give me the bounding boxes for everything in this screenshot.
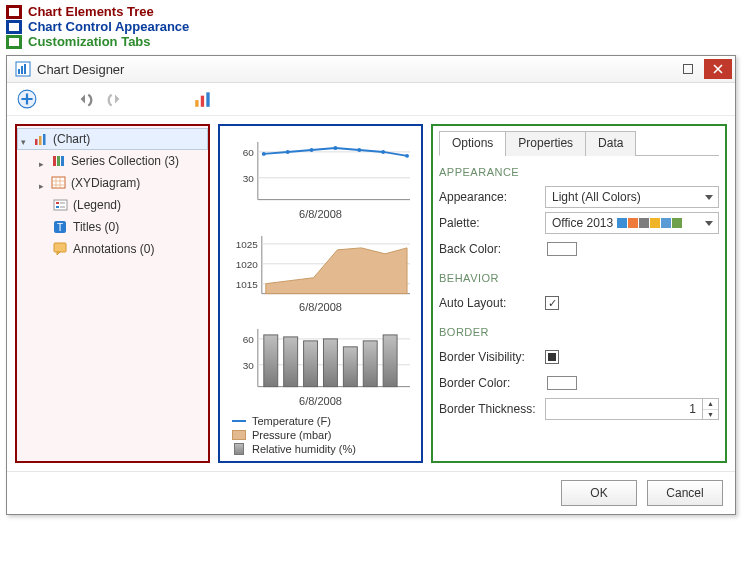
svg-rect-57 (383, 335, 397, 387)
svg-point-32 (310, 148, 314, 152)
axis-label: 6/8/2008 (226, 208, 415, 220)
svg-rect-55 (343, 347, 357, 387)
tree-node-xy[interactable]: (XYDiagram) (17, 172, 208, 194)
svg-text:1020: 1020 (236, 258, 259, 269)
backcolor-picker[interactable] (547, 242, 577, 256)
row-autolayout: Auto Layout: (439, 290, 719, 316)
add-icon[interactable] (17, 89, 37, 109)
toolbar (7, 83, 735, 116)
svg-rect-2 (21, 66, 23, 74)
svg-rect-54 (323, 339, 337, 387)
tree-node-series[interactable]: Series Collection (3) (17, 150, 208, 172)
legend-item: Temperature (F) (232, 415, 415, 427)
svg-rect-52 (284, 337, 298, 387)
group-border: BORDER (439, 326, 719, 338)
svg-rect-51 (264, 335, 278, 387)
tree-label: (Legend) (73, 198, 121, 212)
spinner-down-icon[interactable]: ▼ (703, 410, 718, 420)
tree-node-legend[interactable]: (Legend) (17, 194, 208, 216)
label: Appearance: (439, 190, 539, 204)
svg-text:1015: 1015 (236, 278, 259, 289)
group-appearance: APPEARANCE (439, 166, 719, 178)
svg-text:T: T (57, 222, 63, 233)
tab-strip: Options Properties Data (439, 130, 719, 156)
axis-label: 6/8/2008 (226, 395, 415, 407)
preview-area-chart: 1025 1020 1015 6/8/2008 (226, 226, 415, 314)
autolayout-checkbox[interactable] (545, 296, 559, 310)
svg-text:60: 60 (243, 147, 255, 158)
svg-rect-17 (56, 202, 59, 204)
svg-point-36 (405, 154, 409, 158)
swatch (6, 5, 22, 19)
legend-label: Pressure (mbar) (252, 429, 331, 441)
cancel-button[interactable]: Cancel (647, 480, 723, 506)
svg-rect-6 (195, 100, 198, 107)
group-behavior: BEHAVIOR (439, 272, 719, 284)
palette-combo[interactable]: Office 2013 (545, 212, 719, 234)
elements-tree-panel: (Chart) Series Collection (3) (XYDiagram… (15, 124, 210, 463)
bar-swatch-icon (232, 443, 246, 455)
svg-text:1025: 1025 (236, 238, 259, 249)
border-color-picker[interactable] (547, 376, 577, 390)
svg-point-33 (333, 146, 337, 150)
tree-node-chart[interactable]: (Chart) (17, 128, 208, 150)
svg-rect-15 (52, 177, 65, 188)
expander-icon[interactable] (39, 179, 47, 187)
close-button[interactable] (704, 59, 732, 79)
svg-rect-14 (61, 156, 64, 166)
tab-options[interactable]: Options (439, 131, 506, 156)
svg-rect-23 (54, 243, 66, 252)
svg-point-34 (357, 148, 361, 152)
swatch (6, 35, 22, 49)
svg-rect-53 (304, 341, 318, 387)
svg-rect-7 (201, 96, 204, 107)
ok-button[interactable]: OK (561, 480, 637, 506)
titlebar: Chart Designer (7, 56, 735, 83)
line-swatch-icon (232, 415, 246, 427)
maximize-button[interactable] (674, 59, 702, 79)
expander-icon[interactable] (21, 135, 29, 143)
svg-text:30: 30 (243, 360, 255, 371)
tree-node-annotations[interactable]: Annotations (0) (17, 238, 208, 260)
border-thickness-spinner[interactable]: 1 ▲ ▼ (545, 398, 719, 420)
row-backcolor: Back Color: (439, 236, 719, 262)
undo-icon[interactable] (75, 89, 95, 109)
window-title: Chart Designer (37, 62, 124, 77)
svg-rect-18 (56, 206, 59, 208)
row-border-thickness: Border Thickness: 1 ▲ ▼ (439, 396, 719, 422)
legend-item: Relative humidity (%) (232, 443, 415, 455)
legend-label: Relative humidity (%) (252, 443, 356, 455)
tab-properties[interactable]: Properties (505, 131, 586, 156)
legend-label: Temperature (F) (252, 415, 331, 427)
series-legend: Temperature (F) Pressure (mbar) Relative… (226, 413, 415, 455)
legend-tabs: Customization Tabs (6, 34, 744, 49)
expander-icon[interactable] (39, 157, 47, 165)
spinner-up-icon[interactable]: ▲ (703, 399, 718, 410)
svg-point-35 (381, 150, 385, 154)
label: Border Color: (439, 376, 539, 390)
svg-rect-4 (684, 65, 693, 74)
tab-data[interactable]: Data (585, 131, 636, 156)
preview-panel: 60 30 6/8/2008 1025 1020 1015 6/8/2008 (218, 124, 423, 463)
tree-label: Titles (0) (73, 220, 119, 234)
appearance-combo[interactable]: Light (All Colors) (545, 186, 719, 208)
border-visibility-checkbox[interactable] (545, 350, 559, 364)
svg-point-30 (262, 152, 266, 156)
diagram-icon (51, 176, 67, 190)
preview-bar-chart: 60 30 6/8/2008 (226, 319, 415, 407)
svg-rect-56 (363, 341, 377, 387)
area-swatch-icon (232, 429, 246, 441)
row-border-color: Border Color: (439, 370, 719, 396)
svg-text:60: 60 (243, 334, 255, 345)
label: Border Visibility: (439, 350, 539, 364)
redo-icon[interactable] (105, 89, 125, 109)
row-palette: Palette: Office 2013 (439, 210, 719, 236)
svg-rect-10 (39, 136, 42, 145)
combo-value: Light (All Colors) (552, 190, 641, 204)
label: Auto Layout: (439, 296, 539, 310)
svg-text:30: 30 (243, 173, 255, 184)
label: Palette: (439, 216, 539, 230)
tree-node-titles[interactable]: T Titles (0) (17, 216, 208, 238)
chart-type-icon[interactable] (193, 89, 213, 109)
tree-label: (XYDiagram) (71, 176, 140, 190)
